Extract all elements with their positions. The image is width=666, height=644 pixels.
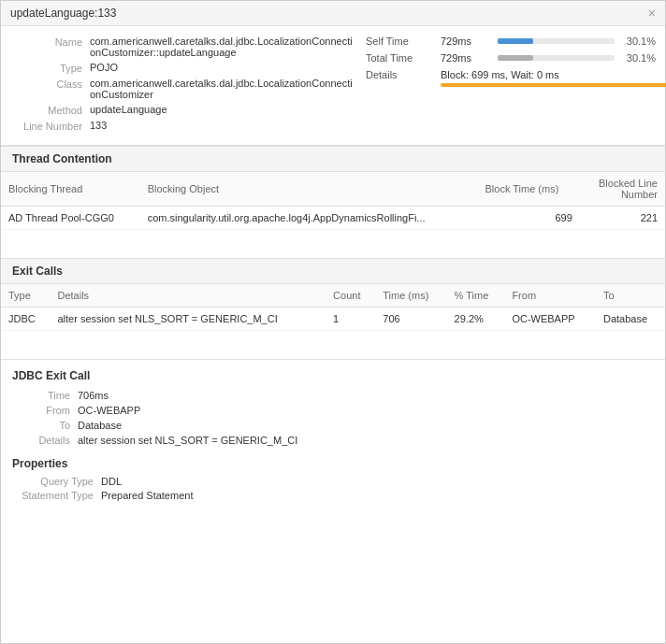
thread-table-header-row: Blocking Thread Blocking Object Block Ti… (1, 172, 665, 207)
cell-blocking-thread: AD Thread Pool-CGG0 (1, 207, 140, 230)
total-time-bar (498, 55, 533, 61)
jdbc-time-row: Time 706ms (12, 390, 654, 401)
jdbc-to-row: To Database (12, 420, 654, 431)
statement-type-value: Prepared Statement (101, 490, 193, 501)
jdbc-to-value: Database (78, 420, 122, 431)
class-value: com.americanwell.caretalks.dal.jdbc.Loca… (90, 78, 356, 100)
name-value: com.americanwell.caretalks.dal.jdbc.Loca… (90, 36, 356, 58)
jdbc-exit-call-section: JDBC Exit Call Time 706ms From OC-WEBAPP… (1, 359, 665, 513)
info-name-row: Name com.americanwell.caretalks.dal.jdbc… (10, 36, 356, 58)
self-time-bar (498, 38, 533, 44)
properties-title: Properties (12, 457, 654, 470)
jdbc-from-row: From OC-WEBAPP (12, 405, 654, 416)
method-value: updateLanguage (90, 104, 167, 115)
info-type-row: Type POJO (10, 62, 356, 74)
info-line-row: Line Number 133 (10, 120, 356, 132)
details-bar-orange (441, 83, 666, 87)
thread-col-block-time: Block Time (ms) (478, 172, 580, 207)
statement-type-label: Statement Type (12, 490, 101, 501)
total-time-value: 729ms (441, 52, 492, 64)
exit-col-from: From (504, 284, 596, 308)
cell-block-time: 699 (478, 207, 580, 230)
thread-col-blocked-line: Blocked LineNumber (580, 172, 665, 207)
details-label: Details (366, 69, 441, 80)
jdbc-details-value: alter session set NLS_SORT = GENERIC_M_C… (78, 435, 297, 446)
cell-details: alter session set NLS_SORT = GENERIC_M_C… (50, 308, 326, 331)
exit-col-time: Time (ms) (375, 284, 446, 308)
cell-blocked-line: 221 (580, 207, 665, 230)
info-method-row: Method updateLanguage (10, 104, 356, 116)
details-bar-container (441, 83, 666, 87)
thread-contention-table: Blocking Thread Blocking Object Block Ti… (1, 172, 665, 230)
jdbc-to-label: To (12, 420, 78, 431)
cell-from: OC-WEBAPP (504, 308, 596, 331)
cell-pct-time: 29.2% (447, 308, 505, 331)
exit-calls-table: Type Details Count Time (ms) % Time From… (1, 284, 665, 331)
details-row: Details Block: 699 ms, Wait: 0 ms (366, 69, 656, 80)
table-row: AD Thread Pool-CGG0 com.singularity.util… (1, 207, 665, 230)
cell-count: 1 (326, 308, 375, 331)
name-label: Name (10, 36, 90, 48)
thread-col-blocking-object: Blocking Object (140, 172, 478, 207)
title-bar: updateLanguage:133 × (1, 1, 665, 26)
exit-col-type: Type (1, 284, 50, 308)
method-label: Method (10, 104, 90, 116)
cell-to: Database (596, 308, 665, 331)
thread-col-blocking-thread: Blocking Thread (1, 172, 140, 207)
exit-calls-header: Exit Calls (1, 259, 665, 284)
jdbc-from-label: From (12, 405, 78, 416)
info-class-row: Class com.americanwell.caretalks.dal.jdb… (10, 78, 356, 100)
exit-table-body: JDBC alter session set NLS_SORT = GENERI… (1, 308, 665, 331)
cell-time-ms: 706 (375, 308, 446, 331)
table-row: JDBC alter session set NLS_SORT = GENERI… (1, 308, 665, 331)
jdbc-details-label: Details (12, 435, 78, 446)
thread-table-body: AD Thread Pool-CGG0 com.singularity.util… (1, 207, 665, 230)
exit-calls-section: Exit Calls Type Details Count Time (ms) … (1, 258, 665, 359)
exit-col-pct: % Time (447, 284, 505, 308)
exit-table-header-row: Type Details Count Time (ms) % Time From… (1, 284, 665, 308)
self-time-bar-container (498, 38, 615, 44)
close-button[interactable]: × (648, 7, 656, 20)
cell-type: JDBC (1, 308, 50, 331)
total-time-row: Total Time 729ms 30.1% (366, 52, 656, 64)
query-type-row: Query Type DDL (12, 476, 654, 487)
jdbc-section-title: JDBC Exit Call (12, 369, 654, 382)
line-number-label: Line Number (10, 120, 90, 132)
total-time-label: Total Time (366, 52, 441, 64)
self-time-label: Self Time (366, 36, 441, 47)
info-section: Name com.americanwell.caretalks.dal.jdbc… (1, 26, 665, 146)
exit-col-to: To (596, 284, 665, 308)
statement-type-row: Statement Type Prepared Statement (12, 490, 654, 501)
type-label: Type (10, 62, 90, 74)
properties-section: Properties Query Type DDL Statement Type… (12, 450, 654, 501)
thread-contention-header: Thread Contention (1, 147, 665, 172)
total-time-bar-container (498, 55, 615, 61)
query-type-label: Query Type (12, 476, 101, 487)
type-value: POJO (90, 62, 118, 73)
jdbc-time-value: 706ms (78, 390, 109, 401)
window-title: updateLanguage:133 (10, 7, 116, 20)
self-time-value: 729ms (441, 36, 492, 47)
jdbc-from-value: OC-WEBAPP (78, 405, 140, 416)
exit-col-count: Count (326, 284, 375, 308)
self-time-row: Self Time 729ms 30.1% (366, 36, 656, 47)
query-type-value: DDL (101, 476, 122, 487)
jdbc-details-row: Details alter session set NLS_SORT = GEN… (12, 435, 654, 446)
thread-contention-table-container: Blocking Thread Blocking Object Block Ti… (1, 172, 665, 230)
exit-calls-table-container: Type Details Count Time (ms) % Time From… (1, 284, 665, 331)
details-text: Block: 699 ms, Wait: 0 ms (441, 69, 559, 80)
jdbc-time-label: Time (12, 390, 78, 401)
thread-contention-section: Thread Contention Blocking Thread Blocki… (1, 146, 665, 258)
info-left-panel: Name com.americanwell.caretalks.dal.jdbc… (10, 36, 356, 136)
main-window: updateLanguage:133 × Name com.americanwe… (0, 0, 666, 644)
self-time-percent: 30.1% (620, 36, 656, 47)
cell-blocking-object: com.singularity.util.org.apache.log4j.Ap… (140, 207, 478, 230)
exit-col-details: Details (50, 284, 326, 308)
line-number-value: 133 (90, 120, 107, 131)
metrics-panel: Self Time 729ms 30.1% Total Time 729ms 3… (356, 36, 656, 136)
class-label: Class (10, 78, 90, 90)
total-time-percent: 30.1% (620, 52, 656, 64)
